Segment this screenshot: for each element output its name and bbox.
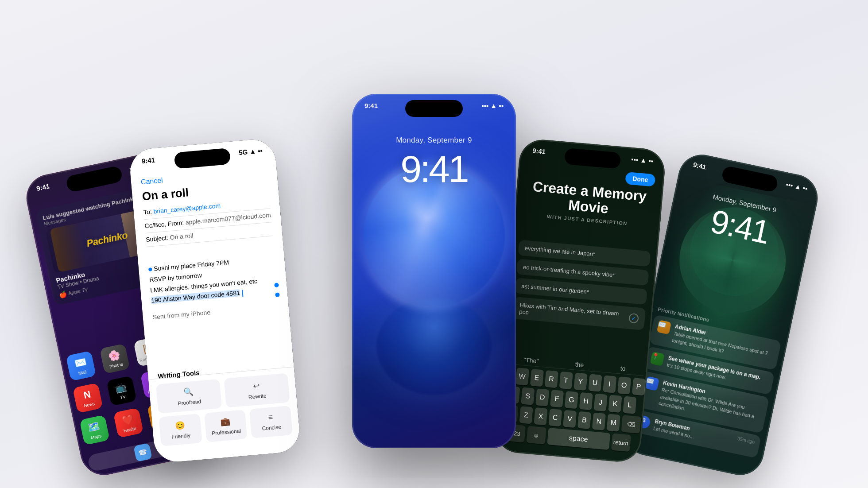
dock-icon-1[interactable]: ☎ <box>134 443 153 462</box>
suggestion-1[interactable]: "The" <box>523 356 539 364</box>
key-E[interactable]: E <box>530 369 543 387</box>
app-health[interactable]: ❤️ Health <box>113 407 144 438</box>
status-time-2: 9:41 <box>141 156 155 165</box>
phone-3-hero: 9:41 ▪▪▪ ▲ ▪▪ Monday, September 9 9:41 <box>352 94 516 448</box>
key-H[interactable]: H <box>579 392 593 410</box>
key-space[interactable]: space <box>547 428 610 450</box>
phone-2: 9:41 5G ▲ ▪▪ Cancel On a roll To: brian_… <box>128 138 302 464</box>
key-K[interactable]: K <box>608 395 622 413</box>
lock-time-3: 9:41 <box>352 147 516 191</box>
dynamic-island-1 <box>65 165 123 193</box>
concise-label: Concise <box>262 424 281 432</box>
key-return[interactable]: return <box>611 433 631 452</box>
key-O[interactable]: O <box>617 376 631 394</box>
key-M[interactable]: M <box>607 414 620 431</box>
notif-icon-mail: ✉️ <box>657 320 671 335</box>
status-icons-4: ▪▪▪ ▲ ▪▪ <box>631 155 654 165</box>
key-U[interactable]: U <box>588 374 602 391</box>
key-L[interactable]: L <box>623 396 636 414</box>
key-D[interactable]: D <box>535 388 549 406</box>
friendly-label: Friendly <box>171 432 191 440</box>
professional-button[interactable]: 💼 Professional <box>204 410 248 442</box>
checkmark-icon: ✓ <box>628 313 639 324</box>
friendly-icon: 😊 <box>175 420 186 431</box>
lock-date-3: Monday, September 9 <box>352 136 516 145</box>
status-icons-3: ▪▪▪ ▲ ▪▪ <box>481 102 504 109</box>
key-Z[interactable]: Z <box>519 406 533 424</box>
status-time-1: 9:41 <box>36 182 50 192</box>
key-V[interactable]: V <box>563 410 577 428</box>
app-photos[interactable]: 🌸 Photos <box>100 344 130 374</box>
key-F[interactable]: F <box>550 390 564 407</box>
email-header: Cancel On a roll To: brian_carey@apple.c… <box>131 167 283 251</box>
dynamic-island-2 <box>174 148 231 169</box>
key-S[interactable]: S <box>521 387 535 405</box>
dynamic-island-3 <box>405 100 463 117</box>
suggestion-2[interactable]: the <box>575 361 584 369</box>
key-B[interactable]: B <box>577 411 591 429</box>
status-icons-5: ▪▪▪ ▲ ▪▪ <box>785 180 808 192</box>
key-N[interactable]: N <box>592 413 606 430</box>
professional-label: Professional <box>211 428 241 437</box>
phone-4: 9:41 ▪▪▪ ▲ ▪▪ Done Create a Memory Movie… <box>494 138 667 464</box>
orb-secondary <box>376 298 492 395</box>
status-icons-2: 5G ▲ ▪▪ <box>238 147 263 156</box>
notif-icon-mail-2: ✉️ <box>645 376 659 391</box>
email-body[interactable]: Sushi my place Friday 7PM RSVP by tomorr… <box>148 253 279 323</box>
writing-tools-section: Writing Tools 🔍 Proofread ↩ Rewrite 😊 Fr… <box>148 360 300 450</box>
professional-icon: 💼 <box>220 416 231 427</box>
key-Y[interactable]: Y <box>574 373 587 391</box>
friendly-button[interactable]: 😊 Friendly <box>159 414 202 446</box>
app-news[interactable]: N News <box>73 383 103 413</box>
memory-title-section: Create a Memory Movie WITH JUST A DESCRI… <box>524 178 654 229</box>
dynamic-island-4 <box>564 148 621 169</box>
rewrite-label: Rewrite <box>248 393 267 400</box>
key-X[interactable]: X <box>534 407 547 425</box>
key-J[interactable]: J <box>594 394 608 411</box>
notif-icon-maps: 📍 <box>650 352 665 366</box>
key-C[interactable]: C <box>548 409 562 426</box>
proofread-button[interactable]: 🔍 Proofread <box>156 379 222 414</box>
proofread-icon: 🔍 <box>183 387 194 397</box>
suggestion-3[interactable]: to <box>620 365 626 372</box>
notifications-section-5: Priority Notifications ✉️ Adrian Alder T… <box>630 306 783 461</box>
app-maps[interactable]: 🗺️ Maps <box>79 415 110 445</box>
concise-icon: ≡ <box>268 413 273 422</box>
status-time-4: 9:41 <box>532 147 546 155</box>
key-emoji[interactable]: ☺ <box>526 426 546 445</box>
sent-from: Sent from my iPhone <box>152 302 279 323</box>
concise-button[interactable]: ≡ Concise <box>249 406 293 438</box>
key-delete[interactable]: ⌫ <box>621 415 641 434</box>
app-mail[interactable]: ✉️ Mail <box>66 351 96 381</box>
key-P[interactable]: P <box>632 378 645 395</box>
rewrite-button[interactable]: ↩ Rewrite <box>224 373 290 407</box>
key-I[interactable]: I <box>603 375 616 393</box>
phones-container: 9:41 ▪▪▪ ▲ ▪▪ Luis suggested watching Pa… <box>0 0 868 488</box>
keyboard-area: "The" the to Q W E R T Y U I O P A <box>498 353 644 455</box>
key-W[interactable]: W <box>515 368 529 385</box>
status-time-3: 9:41 <box>364 102 378 109</box>
key-R[interactable]: R <box>544 370 558 388</box>
rewrite-icon: ↩ <box>253 381 260 391</box>
key-T[interactable]: T <box>559 372 573 389</box>
prompts-list: everything we ate in Japan* eo trick-or-… <box>512 240 651 333</box>
app-tv[interactable]: 📺 TV <box>106 376 137 406</box>
key-G[interactable]: G <box>565 391 578 409</box>
status-time-5: 9:41 <box>693 161 707 171</box>
done-button[interactable]: Done <box>625 172 655 187</box>
proofread-label: Proofread <box>178 399 202 407</box>
